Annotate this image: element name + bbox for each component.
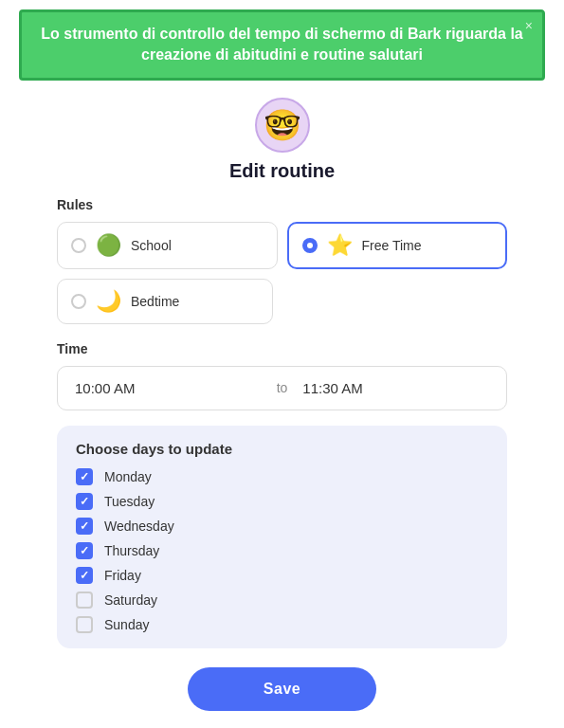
school-icon: 🟢 bbox=[96, 233, 121, 258]
days-section: Choose days to update Monday Tuesday Wed… bbox=[57, 426, 507, 648]
time-end[interactable]: 11:30 AM bbox=[302, 380, 489, 396]
day-row-friday: Friday bbox=[76, 567, 488, 584]
bedtime-icon: 🌙 bbox=[96, 289, 121, 314]
day-label-wednesday: Wednesday bbox=[104, 519, 174, 534]
checkbox-tuesday[interactable] bbox=[76, 493, 93, 510]
rules-grid: 🟢 School ⭐ Free Time bbox=[57, 222, 507, 269]
radio-school[interactable] bbox=[71, 238, 86, 253]
bedtime-label: Bedtime bbox=[131, 294, 179, 309]
avatar: 🤓 bbox=[255, 98, 310, 153]
day-label-saturday: Saturday bbox=[104, 592, 157, 608]
rule-option-school[interactable]: 🟢 School bbox=[57, 222, 278, 269]
day-label-friday: Friday bbox=[104, 568, 141, 583]
day-row-sunday: Sunday bbox=[76, 616, 488, 633]
rule-option-free-time[interactable]: ⭐ Free Time bbox=[287, 222, 508, 269]
day-row-tuesday: Tuesday bbox=[76, 493, 488, 510]
days-title: Choose days to update bbox=[76, 441, 488, 457]
save-button[interactable]: Save bbox=[188, 667, 376, 711]
close-icon[interactable]: × bbox=[525, 18, 533, 33]
checkbox-thursday[interactable] bbox=[76, 542, 93, 559]
free-time-icon: ⭐ bbox=[327, 233, 353, 258]
rules-label: Rules bbox=[57, 197, 507, 212]
time-label: Time bbox=[57, 341, 507, 356]
school-label: School bbox=[131, 238, 172, 253]
day-label-thursday: Thursday bbox=[104, 543, 159, 558]
time-box: 10:00 AM to 11:30 AM bbox=[57, 366, 507, 410]
checkbox-friday[interactable] bbox=[76, 567, 93, 584]
checkbox-wednesday[interactable] bbox=[76, 518, 93, 535]
radio-bedtime[interactable] bbox=[71, 294, 86, 309]
day-row-saturday: Saturday bbox=[76, 592, 488, 609]
bedtime-row: 🌙 Bedtime bbox=[57, 279, 507, 324]
day-label-monday: Monday bbox=[104, 469, 152, 484]
day-label-sunday: Sunday bbox=[104, 617, 149, 632]
page-title: Edit routine bbox=[229, 160, 335, 182]
day-label-tuesday: Tuesday bbox=[104, 494, 155, 509]
time-section: Time 10:00 AM to 11:30 AM bbox=[57, 341, 507, 410]
day-row-monday: Monday bbox=[76, 468, 488, 485]
radio-free-time[interactable] bbox=[302, 238, 318, 253]
avatar-emoji: 🤓 bbox=[264, 107, 301, 143]
checkbox-monday[interactable] bbox=[76, 468, 93, 485]
info-banner: Lo strumento di controllo del tempo di s… bbox=[19, 9, 545, 81]
checkbox-sunday[interactable] bbox=[76, 616, 93, 633]
main-content: 🤓 Edit routine Rules 🟢 School ⭐ Free Tim… bbox=[0, 90, 564, 711]
rule-option-bedtime[interactable]: 🌙 Bedtime bbox=[57, 279, 273, 324]
checkbox-saturday[interactable] bbox=[76, 592, 93, 609]
banner-text: Lo strumento di controllo del tempo di s… bbox=[41, 26, 523, 63]
day-row-wednesday: Wednesday bbox=[76, 518, 488, 535]
time-start[interactable]: 10:00 AM bbox=[75, 380, 262, 396]
free-time-label: Free Time bbox=[362, 238, 422, 253]
day-row-thursday: Thursday bbox=[76, 542, 488, 559]
time-separator: to bbox=[277, 380, 288, 395]
